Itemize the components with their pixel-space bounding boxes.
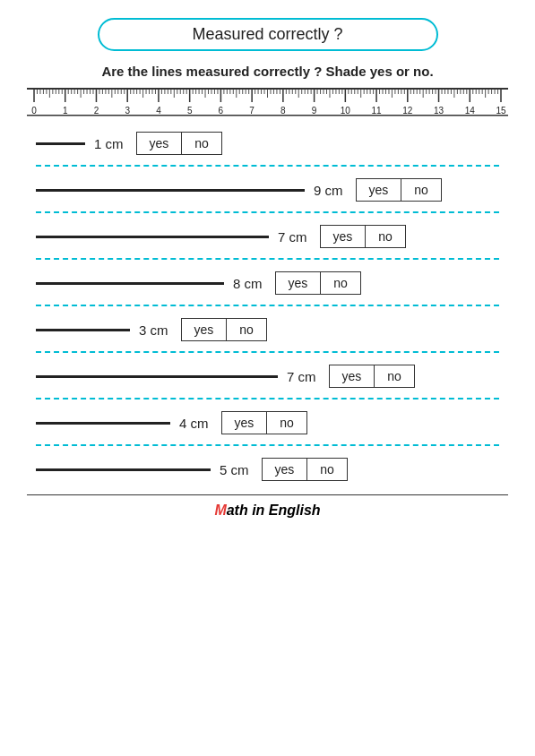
measurement-label-5: 3 cm [139, 322, 168, 338]
svg-rect-128 [392, 90, 393, 98]
no-button-3[interactable]: no [366, 226, 405, 247]
no-button-1[interactable]: no [182, 133, 221, 154]
svg-rect-126 [385, 90, 386, 94]
yes-button-3[interactable]: yes [321, 226, 367, 247]
svg-rect-3 [37, 90, 38, 94]
svg-rect-4 [39, 90, 40, 94]
yes-button-1[interactable]: yes [137, 133, 183, 154]
svg-rect-119 [367, 90, 367, 94]
svg-text:1: 1 [63, 106, 68, 116]
svg-rect-52 [177, 90, 177, 94]
svg-rect-118 [364, 90, 365, 94]
svg-text:7: 7 [249, 106, 255, 116]
no-button-5[interactable]: no [227, 319, 266, 340]
svg-text:5: 5 [187, 106, 193, 116]
svg-rect-57 [189, 90, 191, 102]
svg-text:3: 3 [125, 106, 130, 116]
svg-rect-121 [373, 90, 374, 94]
measurement-label-3: 7 cm [278, 229, 307, 245]
svg-rect-53 [180, 90, 181, 94]
svg-rect-51 [174, 90, 175, 98]
svg-rect-9 [56, 90, 56, 94]
svg-rect-130 [398, 90, 399, 94]
svg-text:9: 9 [312, 106, 317, 116]
line-segment-4 [36, 282, 224, 285]
svg-rect-59 [195, 90, 196, 94]
svg-rect-162 [488, 90, 489, 94]
yn-box-6: yesno [329, 365, 415, 388]
svg-rect-93 [292, 90, 293, 94]
svg-rect-77 [248, 90, 249, 94]
line-segment-7 [36, 422, 170, 425]
yes-button-2[interactable]: yes [357, 179, 402, 201]
no-button-2[interactable]: no [401, 179, 441, 201]
svg-rect-73 [236, 90, 237, 98]
svg-rect-139 [423, 90, 424, 98]
svg-rect-46 [158, 90, 160, 102]
svg-rect-63 [208, 90, 209, 94]
dashed-separator-5 [36, 351, 499, 353]
line-segment-3 [36, 236, 269, 238]
page-title: Measured correctly ? [98, 18, 438, 51]
svg-text:2: 2 [94, 106, 99, 116]
svg-rect-22 [92, 90, 93, 94]
yes-button-5[interactable]: yes [182, 319, 228, 340]
svg-rect-31 [117, 90, 118, 94]
svg-rect-151 [457, 90, 458, 94]
svg-rect-40 [142, 90, 143, 98]
svg-rect-65 [214, 90, 215, 94]
svg-rect-48 [164, 90, 165, 94]
svg-rect-83 [264, 90, 265, 94]
yes-button-8[interactable]: yes [263, 459, 308, 480]
svg-rect-110 [341, 90, 342, 94]
svg-rect-164 [495, 90, 496, 94]
measure-row: 4 cmyesno [36, 407, 499, 439]
svg-rect-146 [442, 90, 443, 94]
svg-rect-68 [220, 90, 222, 102]
svg-rect-61 [202, 90, 203, 94]
measurement-label-4: 8 cm [233, 276, 263, 291]
yes-button-4[interactable]: yes [276, 272, 322, 294]
svg-rect-43 [151, 90, 152, 94]
no-button-7[interactable]: no [267, 412, 306, 434]
svg-rect-163 [491, 90, 492, 94]
svg-rect-28 [108, 90, 109, 94]
svg-rect-98 [307, 90, 308, 94]
no-button-4[interactable]: no [321, 272, 360, 294]
svg-rect-38 [136, 90, 137, 94]
svg-rect-94 [295, 90, 296, 94]
yn-box-1: yesno [136, 132, 222, 155]
svg-rect-158 [476, 90, 477, 94]
no-button-8[interactable]: no [307, 459, 347, 480]
svg-rect-44 [155, 90, 156, 94]
svg-rect-10 [58, 90, 59, 94]
yes-button-6[interactable]: yes [330, 365, 375, 387]
measure-row: 3 cmyesno [36, 314, 499, 346]
no-button-6[interactable]: no [375, 365, 414, 387]
rows-area: 1 cmyesno9 cmyesno7 cmyesno8 cmyesno3 cm… [27, 127, 508, 485]
yn-box-8: yesno [262, 458, 348, 481]
svg-rect-15 [71, 90, 72, 94]
measurement-label-8: 5 cm [220, 462, 249, 477]
svg-rect-107 [332, 90, 333, 94]
svg-rect-79 [251, 90, 253, 102]
svg-rect-16 [74, 90, 75, 94]
svg-rect-60 [199, 90, 200, 94]
svg-rect-0 [27, 88, 508, 90]
ruler: // will generate below 01234567891011121… [27, 88, 508, 116]
svg-text:11: 11 [372, 106, 383, 116]
svg-rect-18 [81, 90, 82, 98]
svg-text:10: 10 [341, 106, 351, 116]
svg-rect-113 [348, 90, 349, 94]
svg-rect-141 [429, 90, 430, 94]
svg-text:15: 15 [496, 106, 506, 116]
svg-rect-50 [170, 90, 171, 94]
svg-rect-140 [426, 90, 427, 94]
measure-row: 7 cmyesno [36, 360, 499, 392]
yes-button-7[interactable]: yes [222, 412, 268, 434]
measurement-label-1: 1 cm [94, 136, 124, 151]
svg-rect-127 [388, 90, 389, 94]
svg-rect-115 [354, 90, 355, 94]
dashed-separator-1 [36, 165, 499, 167]
svg-rect-99 [311, 90, 312, 94]
